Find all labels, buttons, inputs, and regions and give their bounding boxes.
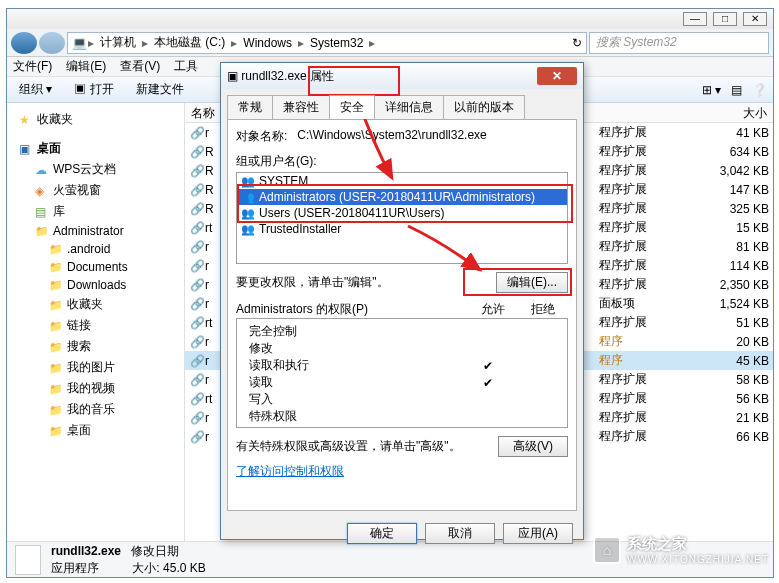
permission-row: 特殊权限 [241,408,563,425]
menu-edit[interactable]: 编辑(E) [66,58,106,75]
file-icon: 🔗 [189,126,205,140]
permission-list: 完全控制修改读取和执行✔读取✔写入特殊权限 [236,318,568,428]
file-icon: 🔗 [189,354,205,368]
search-input[interactable]: 搜索 System32 [589,32,769,54]
user-icon [241,222,255,236]
user-item[interactable]: SYSTEM [237,173,567,189]
breadcrumb[interactable]: 💻 ▸ 计算机▸ 本地磁盘 (C:)▸ Windows▸ System32▸ ↻ [67,32,587,54]
back-button[interactable] [11,32,37,54]
col-type[interactable] [603,103,693,122]
file-size: 66 KB [689,430,769,444]
nav-item[interactable]: Documents [9,258,182,276]
star-icon [19,113,33,127]
folder-icon [49,403,63,417]
folder-icon [49,361,63,375]
nav-library[interactable]: 库 [9,201,182,222]
file-icon: 🔗 [189,202,205,216]
file-size: 56 KB [689,392,769,406]
file-icon: 🔗 [189,411,205,425]
crumb[interactable]: System32 [306,36,367,50]
advanced-button[interactable]: 高级(V) [498,436,568,457]
nav-huoying[interactable]: 火萤视窗 [9,180,182,201]
open-button[interactable]: ▣ 打开 [68,79,119,100]
menu-file[interactable]: 文件(F) [13,58,52,75]
file-icon: 🔗 [189,164,205,178]
nav-favorites[interactable]: 收藏夹 [9,109,182,130]
file-icon: 🔗 [189,430,205,444]
tab-compat[interactable]: 兼容性 [272,95,330,119]
user-item-selected[interactable]: Administrators (USER-20180411UR\Administ… [237,189,567,205]
tab-general[interactable]: 常规 [227,95,273,119]
forward-button[interactable] [39,32,65,54]
nav-item[interactable]: 我的音乐 [9,399,182,420]
user-item[interactable]: TrustedInstaller [237,221,567,237]
folder-icon [35,224,49,238]
apply-button[interactable]: 应用(A) [503,523,573,544]
minimize-button[interactable]: — [683,12,707,26]
crumb[interactable]: 计算机 [96,34,140,51]
nav-item[interactable]: 链接 [9,315,182,336]
nav-item[interactable]: 收藏夹 [9,294,182,315]
app-icon: ▣ [227,69,238,83]
file-size: 325 KB [689,202,769,216]
tab-previous[interactable]: 以前的版本 [443,95,525,119]
close-button[interactable]: ✕ [743,12,767,26]
nav-wps[interactable]: WPS云文档 [9,159,182,180]
file-size: 58 KB [689,373,769,387]
ok-button[interactable]: 确定 [347,523,417,544]
file-icon: 🔗 [189,373,205,387]
perm-allow: ✔ [463,359,513,373]
computer-icon: 💻 [72,36,86,50]
status-filename: rundll32.exe [51,544,121,558]
file-size: 3,042 KB [689,164,769,178]
nav-desktop[interactable]: 桌面 [9,138,182,159]
learn-link[interactable]: 了解访问控制和权限 [236,463,344,480]
view-icon[interactable]: ⊞ ▾ [702,83,721,97]
properties-dialog: ▣ rundll32.exe 属性 ✕ 常规 兼容性 安全 详细信息 以前的版本… [220,62,584,540]
crumb[interactable]: 本地磁盘 (C:) [150,34,229,51]
help-icon[interactable]: ❔ [752,83,767,97]
menu-tools[interactable]: 工具 [174,58,198,75]
nav-item[interactable]: 我的视频 [9,378,182,399]
nav-item[interactable]: 搜索 [9,336,182,357]
preview-icon[interactable]: ▤ [731,83,742,97]
folder-icon [49,298,63,312]
organize-button[interactable]: 组织 ▾ [13,79,58,100]
dialog-close-button[interactable]: ✕ [537,67,577,85]
nav-item[interactable]: 我的图片 [9,357,182,378]
folder-icon [49,340,63,354]
object-path: C:\Windows\System32\rundll32.exe [297,128,486,145]
nav-admin[interactable]: Administrator [9,222,182,240]
file-size: 147 KB [689,183,769,197]
explorer-titlebar: — □ ✕ [7,9,773,29]
status-size-label: 大小: [132,561,159,575]
col-size[interactable]: 大小 [693,103,773,122]
refresh-icon[interactable]: ↻ [572,36,582,50]
status-size-value: 45.0 KB [163,561,206,575]
watermark-title: 系统之家 [627,535,769,554]
maximize-button[interactable]: □ [713,12,737,26]
dialog-titlebar[interactable]: ▣ rundll32.exe 属性 ✕ [221,63,583,89]
tab-strip: 常规 兼容性 安全 详细信息 以前的版本 [227,95,577,119]
nav-item[interactable]: .android [9,240,182,258]
folder-icon [49,319,63,333]
user-item[interactable]: Users (USER-20180411UR\Users) [237,205,567,221]
permission-row: 写入 [241,391,563,408]
nav-item[interactable]: Downloads [9,276,182,294]
menu-view[interactable]: 查看(V) [120,58,160,75]
tab-details[interactable]: 详细信息 [374,95,444,119]
newfile-button[interactable]: 新建文件 [130,79,190,100]
nav-item[interactable]: 桌面 [9,420,182,441]
file-type: 面板项 [599,295,689,312]
file-icon: 🔗 [189,183,205,197]
user-list[interactable]: SYSTEM Administrators (USER-20180411UR\A… [236,172,568,264]
perm-header: Administrators 的权限(P) [236,301,468,318]
file-type: 程序扩展 [599,200,689,217]
file-type: 程序扩展 [599,143,689,160]
tab-security[interactable]: 安全 [329,95,375,119]
cancel-button[interactable]: 取消 [425,523,495,544]
file-icon: 🔗 [189,316,205,330]
fire-icon [35,184,49,198]
edit-button[interactable]: 编辑(E)... [496,272,568,293]
crumb[interactable]: Windows [239,36,296,50]
